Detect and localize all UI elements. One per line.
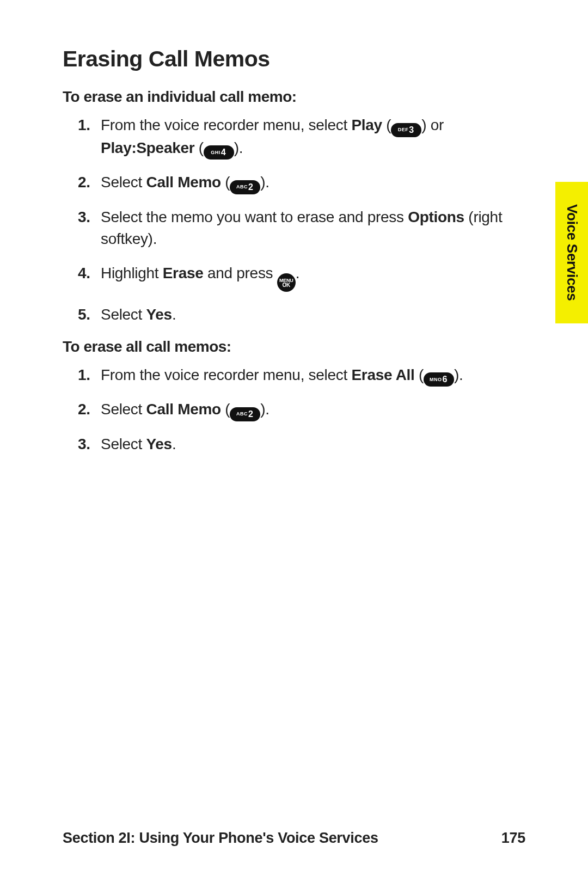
step-text: Select xyxy=(101,174,146,191)
steps-erase-all: From the voice recorder menu, select Era… xyxy=(63,364,525,456)
key-abc-2-icon: ABC2 xyxy=(230,180,260,194)
step-text: . xyxy=(172,306,176,323)
key-abc-2-icon: ABC2 xyxy=(230,407,260,421)
step-text: From the voice recorder menu, select xyxy=(101,117,351,133)
step-text: Select the memo you want to erase and pr… xyxy=(101,209,408,225)
step-text: ) or xyxy=(421,117,444,133)
step-text: From the voice recorder menu, select xyxy=(101,366,351,383)
step-text: ( xyxy=(194,139,204,156)
bold-erase-all: Erase All xyxy=(351,366,414,383)
step-item: Select Call Memo (ABC2). xyxy=(101,399,525,421)
step-item: Select the memo you want to erase and pr… xyxy=(101,206,525,250)
step-text: ). xyxy=(234,139,243,156)
step-item: Select Yes. xyxy=(101,304,525,326)
key-menu-ok-icon: MENUOK xyxy=(277,273,296,292)
step-text: ). xyxy=(454,366,463,383)
step-text: ( xyxy=(415,366,424,383)
subheading-erase-all: To erase all call memos: xyxy=(63,338,525,356)
side-tab-label: Voice Services xyxy=(564,204,580,301)
step-text: Select xyxy=(101,401,146,418)
subheading-erase-individual: To erase an individual call memo: xyxy=(63,88,525,106)
page-footer: Section 2I: Using Your Phone's Voice Ser… xyxy=(63,830,525,847)
steps-erase-individual: From the voice recorder menu, select Pla… xyxy=(63,114,525,326)
step-text: ). xyxy=(260,174,270,191)
step-item: Select Yes. xyxy=(101,433,525,456)
key-ghi-4-icon: GHI4 xyxy=(204,145,234,160)
step-text: ( xyxy=(221,401,230,418)
bold-play-speaker: Play:Speaker xyxy=(101,139,194,156)
page-title: Erasing Call Memos xyxy=(63,46,525,72)
step-text: and press xyxy=(204,265,277,281)
footer-page-number: 175 xyxy=(501,830,525,847)
bold-yes: Yes xyxy=(146,306,172,323)
step-text: ( xyxy=(221,174,230,191)
bold-erase: Erase xyxy=(163,265,204,281)
step-item: Select Call Memo (ABC2). xyxy=(101,171,525,194)
step-text: Highlight xyxy=(101,265,163,281)
step-text: Select xyxy=(101,306,146,323)
footer-section-label: Section 2I: Using Your Phone's Voice Ser… xyxy=(63,830,378,847)
bold-options: Options xyxy=(408,209,464,225)
side-tab-voice-services: Voice Services xyxy=(555,182,588,323)
step-text: . xyxy=(296,265,299,281)
manual-page: Erasing Call Memos To erase an individua… xyxy=(0,0,588,882)
bold-play: Play xyxy=(351,117,382,133)
step-text: . xyxy=(172,436,176,452)
step-text: ). xyxy=(260,401,270,418)
key-mno-6-icon: MNO6 xyxy=(424,372,454,387)
step-item: From the voice recorder menu, select Era… xyxy=(101,364,525,387)
bold-call-memo: Call Memo xyxy=(146,174,221,191)
bold-yes: Yes xyxy=(146,436,172,452)
key-def-3-icon: DEF3 xyxy=(391,123,421,137)
step-item: Highlight Erase and press MENUOK. xyxy=(101,262,525,292)
bold-call-memo: Call Memo xyxy=(146,401,221,418)
step-item: From the voice recorder menu, select Pla… xyxy=(101,114,525,160)
step-text: Select xyxy=(101,436,146,452)
step-text: ( xyxy=(382,117,391,133)
